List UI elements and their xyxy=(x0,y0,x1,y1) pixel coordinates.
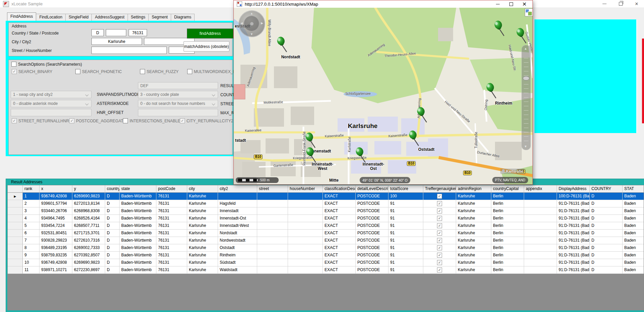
table-row[interactable]: 5933454,72246268507,7711DBaden-Württemb7… xyxy=(8,222,644,230)
table-cell[interactable]: Berlin xyxy=(491,252,524,259)
table-cell[interactable]: POSTCODE xyxy=(356,266,388,274)
table-cell[interactable]: Baden xyxy=(623,230,644,237)
table-cell[interactable] xyxy=(524,266,557,274)
table-cell[interactable]: 6 xyxy=(23,230,40,237)
map-pin-icon[interactable] xyxy=(416,107,429,125)
column-header[interactable]: x xyxy=(40,185,72,193)
table-cell[interactable] xyxy=(257,244,288,252)
table-cell[interactable]: 76131 xyxy=(156,244,187,252)
table-cell[interactable]: EXACT xyxy=(323,193,356,200)
table-cell[interactable]: Südstadt xyxy=(218,259,257,266)
checkbox-box[interactable] xyxy=(140,69,145,74)
pan-up-icon[interactable]: ▲ xyxy=(250,12,253,15)
table-cell[interactable]: Berlin xyxy=(491,230,524,237)
row-selector[interactable] xyxy=(8,222,23,230)
pan-right-icon[interactable]: ▶ xyxy=(261,21,263,25)
table-cell[interactable]: 91 xyxy=(388,237,423,244)
table-cell[interactable]: EXACT xyxy=(323,215,356,222)
table-cell[interactable]: D xyxy=(590,237,623,244)
table-cell[interactable]: Karlsruhe xyxy=(456,252,491,259)
table-cell[interactable]: Karlsruhe xyxy=(187,259,218,266)
table-cell[interactable]: 100 xyxy=(388,193,423,200)
table-cell[interactable]: 91 xyxy=(388,266,423,274)
find-address-button[interactable]: findAddress xyxy=(187,28,233,39)
table-row[interactable]: 11938971,102716272230,8697DBaden-Württem… xyxy=(8,266,644,274)
table-row[interactable]: 7930828,298236272610,7316DBaden-Württemb… xyxy=(8,237,644,244)
table-cell[interactable]: 76131 xyxy=(156,222,187,230)
table-cell[interactable]: 76131 xyxy=(156,207,187,215)
treffer-checkbox[interactable]: ✓ xyxy=(437,245,442,250)
table-cell[interactable] xyxy=(524,200,557,207)
map-pin-icon[interactable] xyxy=(276,37,289,55)
column-header[interactable]: classificationDescri xyxy=(323,185,356,193)
table-cell[interactable]: ✓ xyxy=(423,266,456,274)
column-header[interactable]: postCode xyxy=(156,185,187,193)
table-cell[interactable] xyxy=(288,200,323,207)
table-cell[interactable]: 91 xyxy=(388,207,423,215)
table-cell[interactable]: Karlsruhe xyxy=(187,230,218,237)
def-input[interactable]: DEF xyxy=(138,82,218,89)
table-cell[interactable]: 91 xyxy=(388,252,423,259)
table-cell[interactable]: 939601,57794 xyxy=(40,200,72,207)
table-cell[interactable]: Rintheim xyxy=(218,252,257,259)
table-cell[interactable]: 4 xyxy=(23,215,40,222)
table-cell[interactable]: Karlsruhe xyxy=(456,266,491,274)
table-cell[interactable]: EXACT xyxy=(323,259,356,266)
table-cell[interactable]: POSTCODE xyxy=(356,215,388,222)
tab-findaddress[interactable]: FindAddress xyxy=(7,12,36,21)
table-cell[interactable]: Oststadt xyxy=(218,244,257,252)
table-cell[interactable] xyxy=(524,193,557,200)
map-close-button[interactable]: ✕ xyxy=(518,0,531,8)
table-cell[interactable]: D xyxy=(590,222,623,230)
table-cell[interactable]: 6270392,8507 xyxy=(72,252,105,259)
table-cell[interactable] xyxy=(257,252,288,259)
map-minimize-button[interactable] xyxy=(491,0,504,8)
table-cell[interactable]: Baden-Württemb xyxy=(120,252,156,259)
table-cell[interactable]: 6269690,9823 xyxy=(72,193,105,200)
table-cell[interactable]: Karlsruhe xyxy=(456,207,491,215)
table-cell[interactable]: ✓ xyxy=(423,244,456,252)
table-cell[interactable] xyxy=(288,244,323,252)
map-pin-icon[interactable] xyxy=(485,83,498,101)
table-cell[interactable] xyxy=(524,222,557,230)
table-cell[interactable]: Karlsruhe xyxy=(187,222,218,230)
treffer-checkbox[interactable]: ✓ xyxy=(437,194,442,199)
table-cell[interactable]: Hagsfeld xyxy=(218,200,257,207)
table-cell[interactable]: Nordweststadt xyxy=(218,237,257,244)
checkbox-box[interactable] xyxy=(12,69,17,74)
table-cell[interactable]: 91:D-76131 (Bad... xyxy=(557,259,590,266)
search-options-checkbox[interactable]: SearchOptions (SearchParameters) xyxy=(11,62,82,67)
zoom-slider[interactable]: ▲ ▼ xyxy=(521,45,531,150)
table-cell[interactable]: 91 xyxy=(388,230,423,237)
table-cell[interactable]: Karlsruhe xyxy=(187,193,218,200)
column-header[interactable]: detailLevelDescripti xyxy=(356,185,388,193)
table-cell[interactable]: D xyxy=(105,244,120,252)
table-cell[interactable]: 932531,80451 xyxy=(40,230,72,237)
table-cell[interactable] xyxy=(257,266,288,274)
table-cell[interactable]: Baden xyxy=(623,244,644,252)
column-header[interactable]: country xyxy=(105,185,120,193)
table-cell[interactable]: D xyxy=(105,207,120,215)
treffer-checkbox[interactable]: ✓ xyxy=(437,231,442,236)
checkbox-box[interactable] xyxy=(12,118,17,123)
column-header[interactable]: countryCapital xyxy=(491,185,524,193)
table-cell[interactable]: EXACT xyxy=(323,252,356,259)
treffer-checkbox[interactable]: ✓ xyxy=(437,238,442,243)
table-cell[interactable]: Karlsruhe xyxy=(456,259,491,266)
column-header[interactable]: rank xyxy=(23,185,40,193)
map-maximize-button[interactable] xyxy=(504,0,518,8)
table-cell[interactable]: POSTCODE xyxy=(356,244,388,252)
table-cell[interactable] xyxy=(257,237,288,244)
table-cell[interactable]: POSTCODE xyxy=(356,200,388,207)
swap-split-combo[interactable]: 1 - swap city and city2 xyxy=(11,91,91,98)
postcode-input[interactable] xyxy=(129,29,147,36)
table-cell[interactable]: 6268968,8308 xyxy=(72,207,105,215)
table-cell[interactable]: 2 xyxy=(23,200,40,207)
zoom-slider-handle[interactable] xyxy=(523,76,529,80)
table-cell[interactable]: 936749,42808 xyxy=(40,193,72,200)
minimize-button[interactable] xyxy=(599,0,610,7)
map-pin-icon[interactable] xyxy=(305,147,318,165)
treffer-checkbox[interactable]: ✓ xyxy=(437,253,442,258)
table-cell[interactable]: ✓ xyxy=(423,259,456,266)
table-cell[interactable]: ✓ xyxy=(423,200,456,207)
